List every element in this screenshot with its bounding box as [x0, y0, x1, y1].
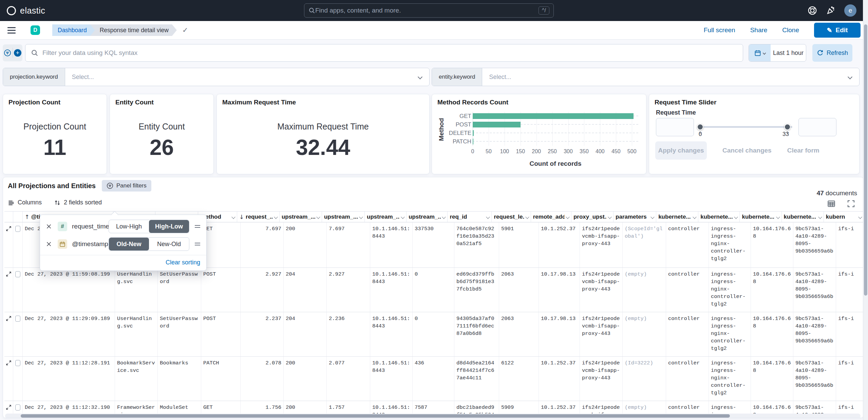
expand-row-button[interactable]	[6, 271, 12, 277]
cell-kubernetes_5: ifs-i	[836, 357, 864, 401]
horizontal-scrollbar[interactable]	[5, 414, 861, 418]
date-picker-calendar-button[interactable]	[749, 44, 771, 61]
news-icon[interactable]	[826, 6, 835, 15]
chevron-down-icon[interactable]	[418, 75, 422, 79]
elastic-logo[interactable]: elastic	[7, 6, 45, 16]
col-header-label: req_id	[450, 214, 467, 220]
range-slider-min-handle[interactable]	[697, 124, 703, 130]
row-checkbox[interactable]	[15, 316, 20, 322]
col-header-kubernetes_3[interactable]: kubernete...	[740, 212, 781, 222]
metric-value: 26	[150, 135, 174, 160]
metric-label: Maximum Request Time	[277, 122, 369, 132]
menu-icon[interactable]	[7, 25, 16, 35]
col-header-remote_addr[interactable]: remote_addr	[531, 212, 571, 222]
help-icon[interactable]	[808, 6, 817, 15]
fullscreen-icon[interactable]	[847, 200, 855, 208]
apply-changes-button[interactable]: Apply changes	[655, 141, 707, 160]
col-header-upstream_bytes[interactable]: upstream_...	[407, 212, 448, 222]
sort-option-high-low[interactable]: High-Low	[149, 220, 189, 233]
saved-query-menu-button[interactable]	[3, 44, 13, 61]
chevron-down-icon[interactable]	[693, 215, 697, 219]
cancel-changes-button[interactable]: Cancel changes	[722, 147, 772, 154]
clone-button[interactable]: Clone	[782, 26, 799, 34]
col-header-upstream_time[interactable]: upstream_...	[322, 212, 365, 222]
edit-button[interactable]: ✎ Edit	[814, 23, 861, 38]
panel-filters-chip[interactable]: Panel filters	[102, 180, 151, 192]
chevron-down-icon[interactable]	[858, 215, 862, 219]
row-checkbox[interactable]	[15, 226, 20, 232]
row-checkbox[interactable]	[15, 271, 20, 277]
row-checkbox[interactable]	[15, 404, 20, 411]
full-screen-button[interactable]: Full screen	[704, 26, 735, 34]
col-header-kubernetes_2[interactable]: kubernete...	[698, 212, 740, 222]
chevron-down-icon[interactable]	[650, 215, 654, 219]
vertical-scrollbar-thumb[interactable]	[864, 24, 867, 296]
expand-row-button[interactable]	[6, 226, 12, 232]
drag-handle-icon[interactable]	[195, 224, 200, 229]
expand-row-button[interactable]	[6, 316, 12, 321]
chevron-down-icon[interactable]	[566, 215, 569, 219]
cell-upstream_status: 204	[284, 268, 327, 312]
kql-input[interactable]	[42, 49, 737, 57]
col-header-proxy_upstream[interactable]: proxy_upst...	[571, 212, 614, 222]
col-header-request_time[interactable]: ↓request_...	[237, 212, 280, 222]
chevron-down-icon[interactable]	[231, 215, 235, 219]
chevron-down-icon[interactable]	[525, 215, 529, 219]
chevron-down-icon[interactable]	[776, 215, 780, 219]
share-button[interactable]: Share	[750, 26, 768, 34]
range-max-input[interactable]	[798, 118, 836, 136]
kql-search-bar[interactable]	[25, 44, 743, 62]
breadcrumb-dashboard[interactable]: Dashboard	[52, 24, 95, 36]
range-slider[interactable]	[700, 126, 792, 128]
category-label: POST	[446, 120, 471, 129]
col-header-upstream_status[interactable]: upstream_...	[280, 212, 322, 222]
row-checkbox[interactable]	[15, 360, 20, 366]
range-min-input[interactable]	[656, 118, 694, 136]
remove-sort-field-button[interactable]	[46, 241, 54, 247]
global-search-input[interactable]	[315, 7, 539, 14]
chevron-down-icon[interactable]	[608, 215, 611, 219]
cell-kubernetes_3: 10.164.176.68	[751, 222, 793, 267]
columns-button[interactable]: Columns	[8, 199, 42, 206]
expand-row-button[interactable]	[6, 404, 12, 410]
chevron-down-icon[interactable]	[486, 215, 490, 219]
chevron-down-icon[interactable]	[848, 75, 852, 79]
projection-select[interactable]: Select...	[65, 68, 418, 86]
expand-row-button[interactable]	[6, 360, 12, 366]
col-header-upstream_addr[interactable]: upstream_...	[365, 212, 407, 222]
cell-kubernetes_1: controller	[666, 222, 709, 267]
sort-option-new-old[interactable]: New-Old	[149, 238, 189, 251]
cell-kubernetes_5: ifs-i	[836, 312, 864, 356]
add-filter-button[interactable]: +	[13, 44, 23, 61]
cell-upstream_status: 200	[284, 357, 327, 401]
col-header-kubernetes_4[interactable]: kubernete...	[782, 212, 824, 222]
clear-sorting-link[interactable]: Clear sorting	[166, 259, 200, 266]
clear-form-button[interactable]: Clear form	[787, 147, 819, 154]
entity-select[interactable]: Select...	[482, 68, 848, 86]
global-search[interactable]: ^/	[304, 3, 554, 18]
col-header-kubernetes_1[interactable]: kubernete...	[656, 212, 698, 222]
chevron-down-icon[interactable]	[274, 215, 278, 219]
drag-handle-icon[interactable]	[195, 241, 200, 247]
chevron-down-icon[interactable]	[442, 215, 446, 219]
fields-sorted-button[interactable]: 2 fields sorted	[54, 199, 102, 206]
display-density-icon[interactable]	[827, 200, 835, 208]
chevron-down-icon[interactable]	[734, 215, 738, 219]
sort-option-low-high[interactable]: Low-High	[109, 220, 149, 233]
col-header-kubernetes_5[interactable]: kubern	[824, 212, 864, 222]
chevron-down-icon[interactable]	[401, 215, 405, 219]
remove-sort-field-button[interactable]	[46, 224, 54, 229]
chevron-down-icon[interactable]	[359, 215, 363, 219]
col-header-request_length[interactable]: request_le...	[492, 212, 531, 222]
horizontal-scrollbar-thumb[interactable]	[21, 414, 730, 418]
range-slider-max-handle[interactable]	[784, 124, 791, 130]
col-header-req_id[interactable]: req_id	[448, 212, 492, 222]
avatar[interactable]: e	[844, 4, 856, 17]
chevron-down-icon[interactable]	[316, 215, 320, 219]
col-header-parameters[interactable]: parameters	[614, 212, 656, 222]
refresh-button[interactable]: Refresh	[812, 44, 852, 62]
breadcrumb-current-page[interactable]: Response time detail view	[90, 24, 177, 36]
sort-option-old-new[interactable]: Old-New	[109, 238, 149, 251]
time-range-button[interactable]: Last 1 hour	[771, 44, 806, 61]
chevron-down-icon[interactable]	[818, 215, 822, 219]
